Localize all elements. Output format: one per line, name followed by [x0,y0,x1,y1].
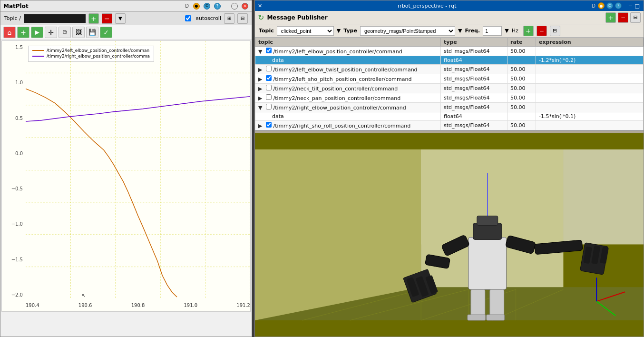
type-cell-4: std_msgs/Float64 [441,84,507,93]
layout-btn1[interactable]: ⊞ [224,13,234,24]
pub-settings-btn[interactable]: ⊟ [550,26,560,36]
matplot-window: MatPlot D ● © ? ─ ✕ Topic / + − ▼ autosc… [0,0,252,337]
remove-freq-btn[interactable]: − [537,26,547,36]
topic-input[interactable] [24,14,86,23]
expand-btn-1[interactable]: ▼ [258,49,262,55]
row-checkbox-3[interactable] [266,75,272,81]
type-cell: float64 [441,56,507,65]
row-checkbox-5[interactable] [266,94,272,100]
back-btn[interactable]: + [17,27,29,38]
topic-dropdown-arrow[interactable]: ▼ [337,28,341,34]
expand-btn-2[interactable]: ▶ [258,67,262,73]
rate-cell-2: 50.00 [507,65,536,74]
row-checkbox-2[interactable] [266,66,272,71]
check-btn[interactable]: ✓ [100,27,112,38]
rqt-circle1[interactable]: ● [598,2,605,9]
table-row[interactable]: data float64 -1.2*sin(i*0.2) [255,56,644,65]
save-btn[interactable]: 💾 [86,27,98,38]
svg-rect-29 [477,216,498,226]
topic-text-3: /timmy2/left_sho_pitch_position_controll… [273,76,411,82]
expr-cell-3 [536,74,644,84]
row-checkbox-6[interactable] [266,104,272,109]
topic-cell: data [255,56,441,65]
svg-rect-43 [490,289,504,318]
rqt-min-btn[interactable]: ─ [629,3,632,9]
rqt-window: ✕ rrbot_perspective - rqt D ● © ? ─ □ ↻ … [254,0,644,337]
msg-pub-bar: ↻ Message Publisher + − ⊟ [255,11,644,24]
y-axis-labels: 1.5 1.0 0.5 0.0 −0.5 −1.0 −1.5 −2.0 [2,41,25,299]
expr-cell-7 [536,121,644,130]
type-dropdown-arrow[interactable]: ▼ [458,28,462,34]
table-row: ▶ /timmy2/left_sho_pitch_position_contro… [255,74,644,84]
topic-cell: ▼ /timmy2/left_elbow_position_controller… [255,47,441,56]
table-row: data float64 -1.5*sin(i*0.1) [255,112,644,121]
matplot-circle2[interactable]: © [204,3,210,10]
matplot-close-btn[interactable]: ✕ [242,3,248,10]
svg-rect-42 [471,289,485,318]
image-btn[interactable]: 🖼 [72,27,85,38]
remove-pub-btn[interactable]: − [618,12,628,23]
add-freq-btn[interactable]: + [523,26,534,36]
type-config-label: Type [343,28,357,34]
copy-btn[interactable]: ⧉ [59,27,71,38]
rate-cell [507,56,536,65]
freq-input[interactable] [483,26,502,36]
refresh-icon: ↻ [258,13,264,22]
freq-dropdown-arrow[interactable]: ▼ [505,28,508,34]
topic-text-4: /timmy2/neck_tilt_position_controller/co… [273,86,398,92]
layout-btn2[interactable]: ⊟ [237,13,248,24]
hz-label: Hz [512,28,518,34]
topic-cell: data [255,112,441,121]
msg-publisher-label: Message Publisher [267,14,327,21]
forward-btn[interactable]: ▶ [31,27,43,38]
rqt-d-btn[interactable]: D [592,3,595,9]
home-btn[interactable]: ⌂ [3,27,16,38]
topic-config-bar: Topic clicked_point ▼ Type geometry_msgs… [255,24,644,38]
topic-text-2: /timmy2/left_elbow_twist_position_contro… [273,67,417,73]
type-dropdown[interactable]: geometry_msgs/PointStamped [360,26,455,36]
col-expression: expression [536,38,644,47]
rqt-help-btn[interactable]: ? [615,2,622,9]
matplot-help-btn[interactable]: ? [214,3,221,10]
table-row: ▶ /timmy2/left_elbow_twist_position_cont… [255,65,644,74]
expand-btn-6[interactable]: ▼ [258,105,262,111]
row-checkbox-1[interactable] [266,48,272,53]
matplot-circle1[interactable]: ● [193,3,200,10]
3d-viewport [255,133,644,337]
expr-cell: -1.2*sin(i*0.2) [536,56,644,65]
add-topic-btn[interactable]: + [88,13,99,24]
chart-svg [26,41,250,299]
expand-btn-3[interactable]: ▶ [258,76,262,82]
expand-btn-4[interactable]: ▶ [258,86,262,92]
purple-plot-line [26,97,250,121]
expr-cell-5 [536,93,644,103]
rqt-top-btns: D ● © ? ─ □ [592,2,641,9]
rate-cell-7: 50.00 [507,121,536,130]
expand-btn-5[interactable]: ▶ [258,95,262,101]
clear-pub-btn[interactable]: ⊟ [630,12,641,23]
matplot-d-btn[interactable]: D [185,3,189,9]
add-pub-btn[interactable]: + [605,12,616,23]
autoscroll-checkbox[interactable] [185,15,191,21]
rqt-circle2[interactable]: © [606,2,613,9]
type-cell-7: std_msgs/Float64 [441,121,507,130]
row-checkbox-4[interactable] [266,85,272,90]
expr-cell-6 [536,103,644,112]
topic-dropdown[interactable]: clicked_point [277,26,334,36]
col-topic: topic [255,38,441,47]
rqt-win-btn[interactable]: □ [635,3,640,9]
cross-btn[interactable]: ✛ [45,27,57,38]
table-row: ▶ /timmy2/neck_tilt_position_controller/… [255,84,644,93]
type-cell-1: std_msgs/Float64 [441,47,507,56]
pause-btn[interactable]: ▼ [115,13,126,24]
message-table-container: topic type rate expression ▼ /timmy2/lef… [255,38,644,130]
row-checkbox-7[interactable] [266,122,272,128]
orange-plot-line [26,89,177,297]
rqt-close-btn[interactable]: ✕ [258,3,262,9]
col-rate: rate [507,38,536,47]
remove-topic-btn[interactable]: − [102,13,112,24]
matplot-min-btn[interactable]: ─ [231,3,238,10]
topic-cell: ▶ /timmy2/left_sho_pitch_position_contro… [255,74,441,84]
matplot-toolbar2: ⌂ + ▶ ✛ ⧉ 🖼 💾 ✓ [0,25,252,40]
expand-btn-7[interactable]: ▶ [258,123,262,129]
